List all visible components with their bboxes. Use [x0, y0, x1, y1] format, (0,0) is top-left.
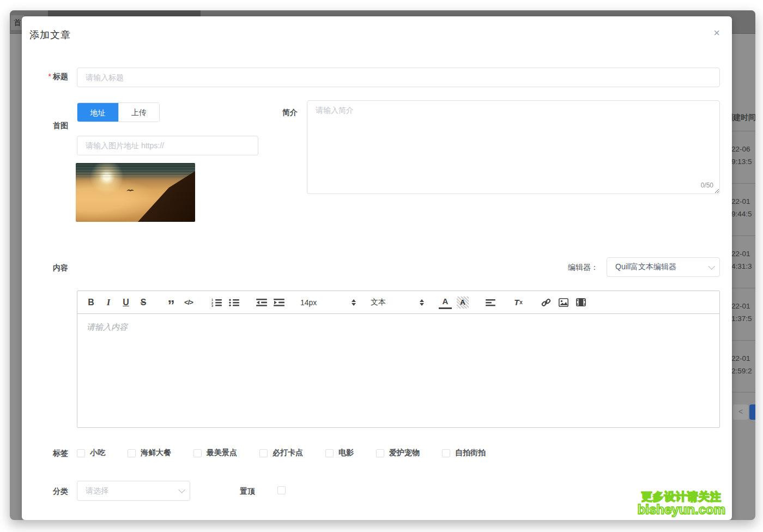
checkbox-icon: [77, 449, 85, 457]
bg-table-row: 22-011:37:5: [732, 288, 755, 340]
editor-placeholder: 请输入内容: [87, 322, 128, 332]
font-size-picker[interactable]: 14px: [300, 298, 356, 307]
italic-button[interactable]: I: [102, 296, 115, 309]
tag-checkbox[interactable]: 海鲜大餐: [128, 448, 171, 458]
bg-table-row: 22-069:13:5: [732, 131, 755, 183]
watermark-line1: 更多设计请关注: [638, 491, 725, 503]
bird-silhouette: [126, 188, 135, 192]
bg-created-date: 22-06: [732, 143, 755, 155]
bg-pagination-active-page[interactable]: [749, 404, 755, 420]
outdent-icon[interactable]: [255, 296, 268, 309]
watermark: 更多设计请关注 bisheyun.com: [638, 491, 725, 517]
bg-table-rows: 22-069:13:522-019:44:522-014:31:322-011:…: [732, 131, 755, 392]
svg-text:3: 3: [211, 304, 213, 307]
bg-table-row: 22-014:31:3: [732, 235, 755, 288]
editor-toolbar: B I U S ” </> 123: [77, 291, 719, 314]
tags-options: 小吃海鲜大餐最美景点必打卡点电影爱护宠物自拍街拍: [77, 448, 508, 458]
editor-select-value: Quill富文本编辑器: [615, 262, 708, 272]
sky-streaks: [76, 163, 195, 177]
title-input[interactable]: [77, 68, 720, 87]
editor-select-label: 编辑器：: [568, 263, 598, 273]
pinned-checkbox[interactable]: [277, 486, 290, 494]
bold-button[interactable]: B: [84, 296, 98, 309]
text-color-button[interactable]: A: [439, 296, 452, 309]
chevron-down-icon: [708, 263, 715, 270]
cover-image-preview: [76, 163, 195, 222]
bg-created-time: 1:37:5: [732, 312, 755, 325]
tag-checkbox-label: 最美景点: [207, 448, 237, 458]
close-icon[interactable]: ×: [713, 27, 720, 38]
bg-table-edge: 创建时间 22-069:13:522-019:44:522-014:31:322…: [732, 34, 755, 520]
ordered-list-icon[interactable]: 123: [210, 296, 223, 309]
editor-content-area[interactable]: 请输入内容: [77, 314, 719, 427]
cover-field-label: 首图: [22, 121, 68, 131]
tag-checkbox-label: 自拍街拍: [455, 448, 486, 458]
image-icon[interactable]: [557, 296, 570, 309]
screenshot-stage: 首 创建时间 22-069:13:522-019:44:522-014:31:3…: [0, 0, 763, 532]
bg-table-header-created-time: 创建时间: [732, 104, 755, 131]
tags-field-label: 标签: [22, 449, 68, 458]
background-color-button[interactable]: A: [456, 296, 469, 309]
bg-created-date: 22-01: [732, 247, 755, 260]
bg-table-row: 22-019:44:5: [732, 183, 755, 235]
bg-created-date: 22-01: [732, 195, 755, 208]
font-family-picker[interactable]: 文本: [371, 298, 424, 307]
font-family-value: 文本: [371, 298, 386, 307]
bg-created-time: 9:13:5: [732, 155, 755, 168]
checkbox-icon: [128, 449, 136, 457]
category-select[interactable]: 请选择: [77, 481, 190, 501]
tag-checkbox[interactable]: 电影: [325, 448, 354, 458]
editor-select[interactable]: Quill富文本编辑器: [607, 257, 720, 277]
tag-checkbox[interactable]: 自拍街拍: [442, 448, 486, 458]
tag-checkbox[interactable]: 爱护宠物: [376, 448, 420, 458]
updown-arrows-icon: [420, 299, 424, 306]
align-icon[interactable]: [484, 296, 497, 309]
blockquote-button[interactable]: ”: [165, 296, 178, 309]
tag-checkbox-label: 爱护宠物: [389, 448, 420, 458]
chevron-down-icon: [178, 486, 185, 493]
char-counter: 0/50: [699, 182, 713, 189]
checkbox-icon: [442, 449, 450, 457]
tag-checkbox[interactable]: 最美景点: [193, 448, 237, 458]
bg-created-date: 22-01: [732, 300, 755, 312]
bg-pagination-prev-button[interactable]: <: [733, 404, 748, 420]
font-size-value: 14px: [300, 298, 317, 307]
intro-field-label: 简介: [259, 108, 298, 118]
bullet-list-icon[interactable]: [227, 296, 240, 309]
checkbox-icon: [325, 449, 334, 457]
underline-button[interactable]: U: [119, 296, 132, 309]
category-field-label: 分类: [22, 487, 68, 497]
checkbox-icon: [376, 449, 384, 457]
tab-upload[interactable]: 上传: [118, 103, 159, 122]
link-icon[interactable]: [540, 296, 553, 309]
indent-icon[interactable]: [272, 296, 286, 309]
image-url-input[interactable]: [77, 136, 258, 155]
tag-checkbox[interactable]: 小吃: [77, 448, 105, 458]
tag-checkbox-label: 必打卡点: [272, 448, 303, 458]
clear-format-button[interactable]: Tx: [512, 296, 525, 309]
bg-table-row: 22-012:59:2: [732, 340, 755, 392]
intro-textarea-wrap: 0/50: [307, 100, 720, 194]
rich-text-editor: B I U S ” </> 123: [77, 291, 720, 428]
tag-checkbox-label: 电影: [338, 448, 354, 458]
category-select-placeholder: 请选择: [86, 486, 178, 496]
strikethrough-button[interactable]: S: [137, 296, 150, 309]
checkbox-icon: [259, 449, 268, 457]
intro-textarea[interactable]: [307, 100, 720, 194]
title-field-label: *标题: [22, 72, 68, 82]
tag-checkbox[interactable]: 必打卡点: [259, 448, 303, 458]
code-block-button[interactable]: </>: [182, 296, 195, 309]
dialog-title: 添加文章: [29, 28, 71, 41]
tag-checkbox-label: 小吃: [90, 448, 105, 458]
bg-created-date: 22-01: [732, 352, 755, 365]
checkbox-icon: [277, 486, 286, 494]
required-asterisk: *: [49, 72, 51, 81]
video-icon[interactable]: [574, 296, 588, 309]
tag-checkbox-label: 海鲜大餐: [141, 448, 171, 458]
cover-source-tabs: 地址 上传: [77, 102, 160, 122]
checkbox-icon: [193, 449, 202, 457]
pinned-field-label: 置顶: [225, 487, 255, 497]
dimmed-app-window: 首 创建时间 22-069:13:522-019:44:522-014:31:3…: [10, 10, 755, 520]
tab-address[interactable]: 地址: [77, 103, 118, 122]
updown-arrows-icon: [352, 299, 356, 306]
